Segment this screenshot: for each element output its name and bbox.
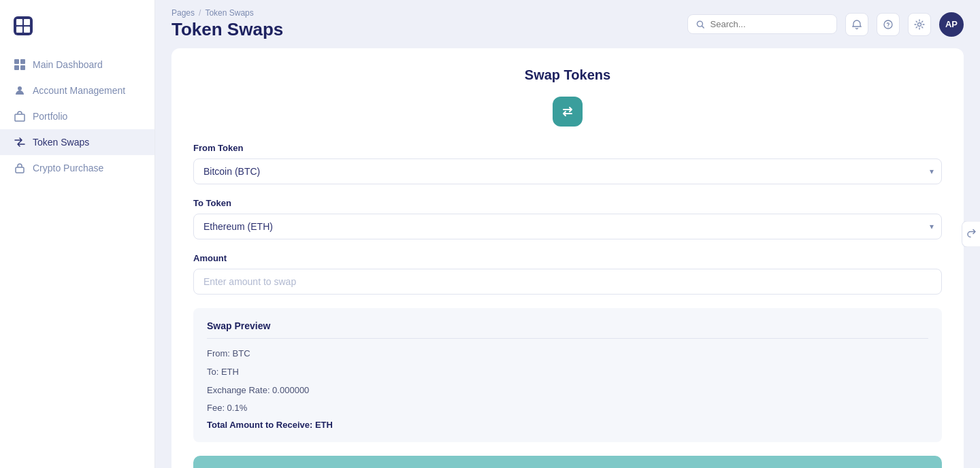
sidebar-item-token-swaps[interactable]: Token Swaps xyxy=(0,129,154,155)
logo-icon xyxy=(14,16,33,35)
sidebar-item-label: Account Management xyxy=(33,85,125,96)
sidebar-item-label: Portfolio xyxy=(33,111,67,122)
swap-preview-rate: Exchange Rate: 0.000000 xyxy=(207,384,928,398)
sidebar-item-portfolio[interactable]: Portfolio xyxy=(0,103,154,129)
swap-icon xyxy=(14,136,26,148)
amount-label: Amount xyxy=(193,253,942,263)
svg-point-9 xyxy=(887,26,888,27)
swap-preview-title: Swap Preview xyxy=(207,320,928,339)
swap-direction-button[interactable] xyxy=(553,97,583,127)
search-icon xyxy=(696,20,705,29)
briefcase-icon xyxy=(14,110,26,122)
swap-preview-fee: Fee: 0.1% xyxy=(207,401,928,416)
lock-icon xyxy=(14,162,26,174)
svg-point-8 xyxy=(884,20,892,29)
breadcrumb-pages: Pages xyxy=(172,8,195,18)
main-area: Pages / Token Swaps Token Swaps xyxy=(155,0,980,468)
to-token-label: To Token xyxy=(193,198,942,208)
sidebar-item-crypto-purchase[interactable]: Crypto Purchase xyxy=(0,155,154,181)
breadcrumb: Pages / Token Swaps xyxy=(172,8,283,18)
swap-preview: Swap Preview From: BTC To: ETH Exchange … xyxy=(193,308,942,442)
user-avatar[interactable]: AP xyxy=(939,12,964,37)
bell-icon xyxy=(851,19,862,30)
swap-card: Swap Tokens From Token Bitcoin (BTC)Ethe… xyxy=(172,48,964,468)
from-token-group: From Token Bitcoin (BTC)Ethereum (ETH)Li… xyxy=(193,143,942,184)
to-token-select[interactable]: Ethereum (ETH)Bitcoin (BTC)Litecoin (LTC… xyxy=(193,214,942,239)
svg-rect-1 xyxy=(20,59,25,64)
swap-preview-from: From: BTC xyxy=(207,347,928,361)
content-area: Swap Tokens From Token Bitcoin (BTC)Ethe… xyxy=(155,48,980,468)
execute-swap-button[interactable]: Execute Swap xyxy=(193,456,942,468)
sidebar-logo xyxy=(0,11,154,52)
svg-rect-3 xyxy=(20,65,25,70)
swap-preview-total: Total Amount to Receive: ETH xyxy=(207,420,928,430)
right-panel-toggle-button[interactable] xyxy=(962,221,980,248)
search-box[interactable] xyxy=(687,14,837,34)
page-title: Token Swaps xyxy=(172,19,283,40)
header-left: Pages / Token Swaps Token Swaps xyxy=(172,8,283,40)
help-icon xyxy=(883,19,894,30)
header-right: AP xyxy=(687,12,964,37)
search-input[interactable] xyxy=(710,19,828,29)
breadcrumb-current: Token Swaps xyxy=(205,8,253,18)
svg-rect-0 xyxy=(14,59,19,64)
to-token-select-wrapper: Ethereum (ETH)Bitcoin (BTC)Litecoin (LTC… xyxy=(193,214,942,239)
swap-arrows-icon xyxy=(561,105,574,118)
sidebar-item-label: Token Swaps xyxy=(33,137,89,148)
notification-button[interactable] xyxy=(845,13,868,36)
sidebar-item-label: Crypto Purchase xyxy=(33,163,103,173)
settings-button[interactable] xyxy=(908,13,931,36)
svg-rect-6 xyxy=(16,167,24,173)
header: Pages / Token Swaps Token Swaps xyxy=(155,0,980,48)
amount-input[interactable] xyxy=(193,269,942,295)
to-token-group: To Token Ethereum (ETH)Bitcoin (BTC)Lite… xyxy=(193,198,942,239)
grid-icon xyxy=(14,58,26,71)
svg-rect-5 xyxy=(15,114,24,121)
svg-rect-2 xyxy=(14,65,19,70)
swap-section-title: Swap Tokens xyxy=(193,67,942,83)
user-icon xyxy=(14,84,26,97)
swap-preview-to: To: ETH xyxy=(207,365,928,380)
amount-group: Amount xyxy=(193,253,942,295)
gear-icon xyxy=(914,19,925,30)
svg-point-4 xyxy=(18,86,22,90)
sidebar: Main Dashboard Account Management Portfo… xyxy=(0,0,155,468)
breadcrumb-separator: / xyxy=(199,8,201,18)
from-token-select[interactable]: Bitcoin (BTC)Ethereum (ETH)Litecoin (LTC… xyxy=(193,158,942,184)
help-button[interactable] xyxy=(877,13,900,36)
sidebar-item-main-dashboard[interactable]: Main Dashboard xyxy=(0,52,154,78)
from-token-select-wrapper: Bitcoin (BTC)Ethereum (ETH)Litecoin (LTC… xyxy=(193,158,942,184)
from-token-label: From Token xyxy=(193,143,942,153)
sidebar-item-account-management[interactable]: Account Management xyxy=(0,78,154,103)
share-icon xyxy=(966,229,976,238)
sidebar-item-label: Main Dashboard xyxy=(33,59,103,70)
svg-point-10 xyxy=(918,22,921,26)
